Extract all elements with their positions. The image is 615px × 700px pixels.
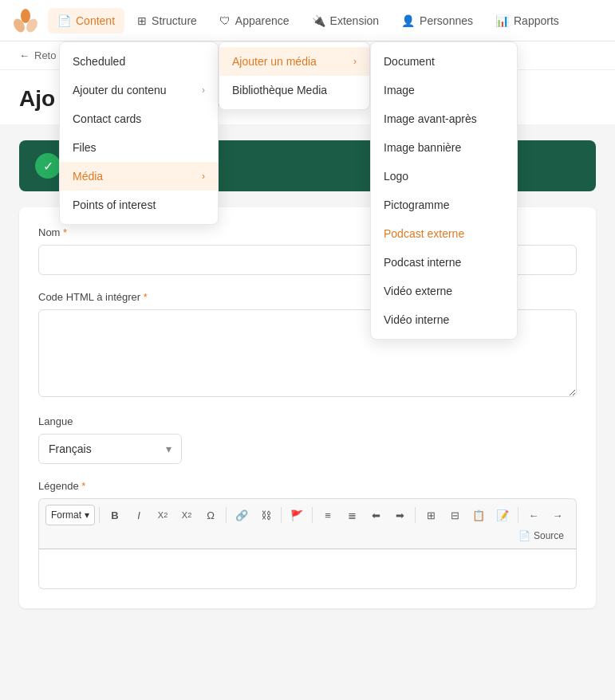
format-chevron-icon: ▾: [85, 509, 89, 521]
chevron-right-l2-icon: ›: [353, 56, 357, 67]
redo-button[interactable]: →: [546, 504, 569, 526]
chevron-right-icon: ›: [202, 85, 205, 96]
nav-rapports-label: Rapports: [514, 14, 559, 27]
editor-body[interactable]: [38, 549, 577, 589]
source-button[interactable]: 📄 Source: [513, 528, 570, 544]
menu-pictogramme[interactable]: Pictogramme: [371, 191, 517, 219]
format-label: Format: [51, 509, 81, 521]
contact-cards-label: Contact cards: [73, 112, 141, 125]
check-icon: ✓: [35, 153, 61, 179]
nav-extension-label: Extension: [330, 14, 379, 27]
menu-video-interne[interactable]: Vidéo interne: [371, 305, 517, 334]
menu-image-banniere[interactable]: Image bannière: [371, 133, 517, 162]
undo-button[interactable]: ←: [522, 504, 545, 526]
langue-field-group: Langue Français ▾: [38, 415, 577, 464]
chevron-right-media-icon: ›: [202, 171, 205, 182]
paste-word-button[interactable]: 📝: [491, 504, 514, 526]
ajouter-contenu-label: Ajouter du contenu: [73, 84, 167, 96]
flag-button[interactable]: 🚩: [286, 504, 308, 526]
nav-item-apparence[interactable]: 🛡 Apparence: [210, 8, 299, 33]
menu-level2: Ajouter un média › Bibliothèque Media: [219, 41, 370, 110]
menu-scheduled[interactable]: Scheduled: [60, 47, 218, 76]
italic-button[interactable]: I: [128, 504, 150, 526]
nav-item-rapports[interactable]: 📊 Rapports: [486, 8, 569, 33]
superscript-button[interactable]: X2: [152, 504, 174, 526]
nav-structure-label: Structure: [152, 14, 197, 27]
menu-contact-cards[interactable]: Contact cards: [60, 104, 218, 133]
menu-logo[interactable]: Logo: [371, 162, 517, 191]
nav-item-structure[interactable]: ⊞ Structure: [128, 8, 207, 33]
outdent-button[interactable]: ⬅: [365, 504, 387, 526]
menu-video-externe[interactable]: Vidéo externe: [371, 277, 517, 305]
toolbar-divider-5: [415, 507, 416, 523]
extension-icon: 🔌: [312, 14, 325, 27]
menu-document[interactable]: Document: [371, 47, 517, 76]
structure-icon: ⊞: [137, 14, 147, 27]
ordered-list-button[interactable]: ≣: [341, 504, 363, 526]
legende-section: Légende * Format ▾ B I X2 X2 Ω 🔗 ⛓ 🚩 ≡: [38, 480, 577, 589]
unordered-list-button[interactable]: ≡: [317, 504, 339, 526]
subscript-button[interactable]: X2: [175, 504, 198, 526]
paste-text-button[interactable]: 📋: [467, 504, 490, 526]
menu-media[interactable]: Média ›: [60, 162, 218, 191]
menu-podcast-externe[interactable]: Podcast externe: [371, 219, 517, 248]
table-col-button[interactable]: ⊟: [444, 504, 466, 526]
menu-image[interactable]: Image: [371, 76, 517, 104]
menu-image-avant-apres[interactable]: Image avant-après: [371, 104, 517, 133]
toolbar-divider-2: [226, 507, 227, 523]
breadcrumb-back[interactable]: Reto: [34, 49, 56, 61]
editor-toolbar: Format ▾ B I X2 X2 Ω 🔗 ⛓ 🚩 ≡ ≣ ⬅ ➡: [38, 498, 577, 549]
points-of-interest-label: Points of interest: [73, 199, 156, 211]
source-icon: 📄: [518, 530, 530, 541]
omega-button[interactable]: Ω: [199, 504, 222, 526]
toolbar-divider-3: [281, 507, 282, 523]
menu-bibliotheque-media[interactable]: Bibliothèque Media: [219, 76, 369, 104]
rapports-icon: 📊: [495, 14, 509, 27]
nav-content-label: Content: [76, 14, 115, 27]
menu-files[interactable]: Files: [60, 133, 218, 162]
menu-ajouter-media[interactable]: Ajouter un média ›: [219, 47, 369, 76]
menu-podcast-interne[interactable]: Podcast interne: [371, 248, 517, 277]
table-button[interactable]: ⊞: [420, 504, 442, 526]
langue-select[interactable]: Français ▾: [38, 434, 182, 464]
nav-item-extension[interactable]: 🔌 Extension: [302, 8, 388, 33]
nav-item-personnes[interactable]: 👤 Personnes: [392, 8, 483, 33]
menu-level3: Document Image Image avant-après Image b…: [370, 41, 518, 340]
legende-label: Légende *: [38, 480, 577, 492]
menu-ajouter-contenu[interactable]: Ajouter du contenu ›: [60, 76, 218, 104]
unlink-button[interactable]: ⛓: [254, 504, 277, 526]
media-label: Média: [73, 170, 103, 183]
svg-point-0: [21, 9, 30, 23]
toolbar-divider-4: [312, 507, 313, 523]
apparence-icon: 🛡: [219, 14, 231, 27]
menu-level1: Scheduled Ajouter du contenu › Contact c…: [59, 41, 219, 225]
toolbar-divider-1: [99, 507, 100, 523]
format-select[interactable]: Format ▾: [45, 505, 95, 525]
bold-button[interactable]: B: [104, 504, 126, 526]
langue-value: Français: [49, 442, 92, 455]
nav-personnes-label: Personnes: [420, 14, 473, 27]
personnes-icon: 👤: [401, 14, 415, 27]
content-icon: 📄: [57, 14, 71, 27]
back-arrow-icon: ←: [19, 49, 30, 61]
ajouter-media-label: Ajouter un média: [232, 55, 317, 68]
top-nav: 📄 Content ⊞ Structure 🛡 Apparence 🔌 Exte…: [0, 0, 615, 41]
files-label: Files: [73, 141, 97, 154]
chevron-down-icon: ▾: [166, 442, 171, 455]
logo: [13, 8, 38, 33]
nav-apparence-label: Apparence: [235, 14, 290, 27]
source-label: Source: [534, 530, 564, 541]
nav-item-content[interactable]: 📄 Content: [48, 8, 124, 33]
indent-button[interactable]: ➡: [388, 504, 411, 526]
bibliotheque-media-label: Bibliothèque Media: [232, 84, 327, 96]
toolbar-divider-6: [518, 507, 518, 523]
menu-points-of-interest[interactable]: Points of interest: [60, 191, 218, 219]
link-button[interactable]: 🔗: [231, 504, 253, 526]
scheduled-label: Scheduled: [73, 55, 125, 68]
langue-label: Langue: [38, 415, 577, 427]
